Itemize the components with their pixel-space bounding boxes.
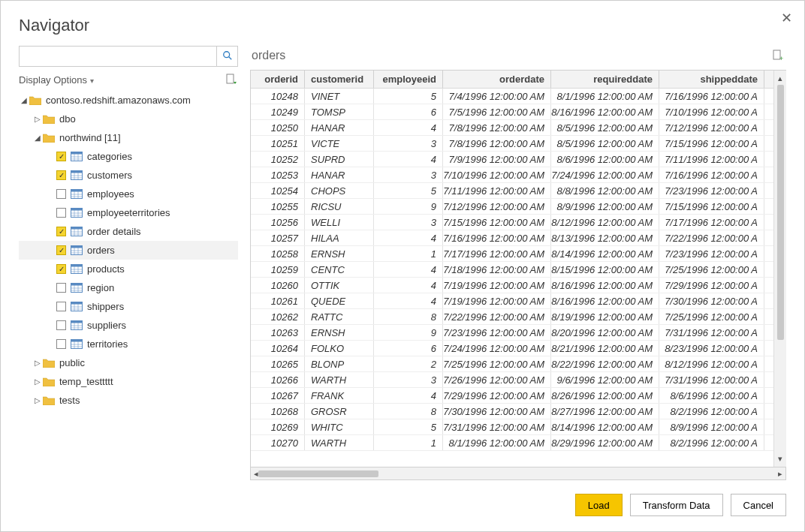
tree-node[interactable]: ▷temp_testtttt — [19, 372, 238, 391]
table-cell: WHITC — [305, 419, 374, 434]
scroll-down-icon[interactable]: ▾ — [778, 454, 782, 464]
table-row[interactable]: 10269WHITC57/31/1996 12:00:00 AM8/14/199… — [251, 419, 773, 435]
table-icon — [71, 170, 83, 180]
tree-node[interactable]: employeeterritories — [19, 203, 238, 222]
table-icon — [71, 339, 83, 349]
table-row[interactable]: 10258ERNSH17/17/1996 12:00:00 AM8/14/199… — [251, 246, 773, 262]
column-header[interactable]: customerid — [305, 71, 374, 88]
table-row[interactable]: 10248VINET57/4/1996 12:00:00 AM8/1/1996 … — [251, 89, 773, 104]
table-row[interactable]: 10250HANAR47/8/1996 12:00:00 AM8/5/1996 … — [251, 120, 773, 136]
table-cell: 8/5/1996 12:00:00 AM — [551, 136, 659, 151]
table-cell: 10263 — [251, 325, 305, 340]
collapse-icon[interactable]: ◢ — [19, 96, 29, 104]
table-row[interactable]: 10260OTTIK47/19/1996 12:00:00 AM8/16/199… — [251, 278, 773, 293]
tree-node[interactable]: territories — [19, 335, 238, 353]
column-header[interactable]: employeeid — [374, 71, 443, 88]
scroll-track[interactable] — [777, 83, 784, 454]
tree-node[interactable]: orders — [19, 241, 238, 260]
table-cell: 7/23/1996 12:00:00 A — [659, 246, 764, 261]
table-row[interactable]: 10268GROSR87/30/1996 12:00:00 AM8/27/199… — [251, 404, 773, 419]
expand-icon[interactable]: ▷ — [32, 115, 43, 123]
tree-node[interactable]: products — [19, 260, 238, 278]
svg-line-1 — [228, 56, 231, 59]
vertical-scrollbar[interactable]: ▴ ▾ — [773, 71, 786, 467]
table-row[interactable]: 10263ERNSH97/23/1996 12:00:00 AM8/20/199… — [251, 325, 773, 341]
checkbox[interactable] — [56, 227, 66, 236]
scroll-up-icon[interactable]: ▴ — [778, 74, 782, 83]
expand-icon[interactable]: ▷ — [32, 396, 43, 404]
table-cell: 8/23/1996 12:00:00 A — [659, 341, 764, 356]
table-row[interactable]: 10265BLONP27/25/1996 12:00:00 AM8/22/199… — [251, 356, 773, 372]
table-row[interactable]: 10264FOLKO67/24/1996 12:00:00 AM8/21/199… — [251, 341, 773, 356]
checkbox[interactable] — [56, 283, 66, 293]
table-row[interactable]: 10249TOMSP67/5/1996 12:00:00 AM8/16/1996… — [251, 104, 773, 120]
table-cell: 10269 — [251, 419, 305, 434]
table-row[interactable]: 10252SUPRD47/9/1996 12:00:00 AM8/6/1996 … — [251, 152, 773, 167]
checkbox[interactable] — [56, 152, 66, 161]
table-row[interactable]: 10270WARTH18/1/1996 12:00:00 AM8/29/1996… — [251, 435, 773, 451]
tree-node[interactable]: order details — [19, 222, 238, 241]
table-label: employees — [87, 188, 134, 200]
expand-icon[interactable]: ▷ — [32, 359, 43, 367]
table-cell: WARTH — [305, 372, 374, 387]
checkbox[interactable] — [56, 245, 66, 255]
table-row[interactable]: 10256WELLI37/15/1996 12:00:00 AM8/12/199… — [251, 215, 773, 230]
tree-node[interactable]: suppliers — [19, 316, 238, 335]
table-cell: 8/16/1996 12:00:00 AM — [551, 293, 659, 308]
refresh-icon[interactable] — [225, 73, 238, 86]
tree-node[interactable]: categories — [19, 147, 238, 166]
table-icon — [71, 208, 83, 218]
expand-icon[interactable]: ▷ — [32, 377, 43, 386]
transform-data-button[interactable]: Transform Data — [630, 494, 723, 516]
svg-rect-2 — [227, 74, 234, 83]
collapse-icon[interactable]: ◢ — [32, 134, 43, 142]
scroll-right-icon[interactable]: ▸ — [778, 469, 782, 479]
checkbox[interactable] — [56, 170, 66, 180]
tree-node[interactable]: ◢northwind [11] — [19, 128, 238, 147]
tree-node[interactable]: ◢contoso.redshift.amazonaws.com — [19, 91, 238, 110]
display-options-dropdown[interactable]: Display Options — [19, 74, 94, 86]
table-row[interactable]: 10253HANAR37/10/1996 12:00:00 AM7/24/199… — [251, 167, 773, 183]
tree-node[interactable]: customers — [19, 166, 238, 185]
search-input[interactable] — [20, 47, 216, 66]
checkbox[interactable] — [56, 264, 66, 274]
table-cell: 8/5/1996 12:00:00 AM — [551, 120, 659, 135]
scroll-thumb-h[interactable] — [258, 470, 378, 477]
table-row[interactable]: 10267FRANK47/29/1996 12:00:00 AM8/26/199… — [251, 388, 773, 404]
table-row[interactable]: 10254CHOPS57/11/1996 12:00:00 AM8/8/1996… — [251, 183, 773, 199]
table-row[interactable]: 10257HILAA47/16/1996 12:00:00 AM8/13/199… — [251, 230, 773, 246]
search-button[interactable] — [216, 47, 237, 66]
checkbox[interactable] — [56, 302, 66, 311]
tree-node[interactable]: region — [19, 278, 238, 297]
checkbox[interactable] — [56, 208, 66, 218]
table-row[interactable]: 10259CENTC47/18/1996 12:00:00 AM8/15/199… — [251, 262, 773, 278]
navigation-tree[interactable]: ◢contoso.redshift.amazonaws.com▷dbo◢nort… — [19, 91, 238, 480]
table-row[interactable]: 10255RICSU97/12/1996 12:00:00 AM8/9/1996… — [251, 199, 773, 215]
add-column-icon[interactable]: + — [771, 49, 785, 62]
load-button[interactable]: Load — [575, 494, 623, 516]
table-cell: 10255 — [251, 199, 305, 214]
close-button[interactable]: ✕ — [781, 10, 792, 26]
table-cell: 7/5/1996 12:00:00 AM — [443, 104, 551, 119]
checkbox[interactable] — [56, 189, 66, 199]
column-header[interactable]: requireddate — [551, 71, 659, 88]
horizontal-scrollbar[interactable]: ◂ ▸ — [250, 467, 786, 480]
checkbox[interactable] — [56, 320, 66, 330]
table-row[interactable]: 10266WARTH37/26/1996 12:00:00 AM9/6/1996… — [251, 372, 773, 388]
column-header[interactable]: orderid — [251, 71, 305, 88]
tree-node[interactable]: ▷public — [19, 353, 238, 372]
checkbox[interactable] — [56, 339, 66, 349]
cancel-button[interactable]: Cancel — [731, 494, 786, 516]
table-row[interactable]: 10262RATTC87/22/1996 12:00:00 AM8/19/199… — [251, 309, 773, 325]
tree-node[interactable]: ▷dbo — [19, 110, 238, 128]
column-header[interactable]: orderdate — [443, 71, 551, 88]
tree-node[interactable]: employees — [19, 185, 238, 203]
column-header[interactable]: shippeddate — [659, 71, 764, 88]
tree-node[interactable]: shippers — [19, 297, 238, 316]
tree-node[interactable]: ▷tests — [19, 391, 238, 410]
table-cell: 6 — [374, 104, 443, 119]
scroll-thumb[interactable] — [777, 85, 784, 340]
table-cell: 4 — [374, 120, 443, 135]
table-row[interactable]: 10251VICTE37/8/1996 12:00:00 AM8/5/1996 … — [251, 136, 773, 152]
table-row[interactable]: 10261QUEDE47/19/1996 12:00:00 AM8/16/199… — [251, 293, 773, 309]
